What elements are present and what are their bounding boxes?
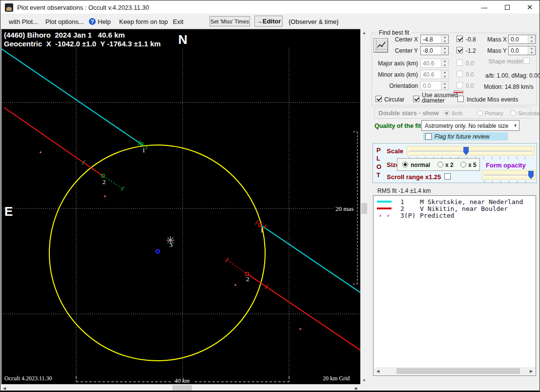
menu-plot-options[interactable]: Plot options...	[45, 18, 84, 25]
circular-checkbox[interactable]	[375, 96, 382, 102]
center-y-spinner[interactable]: -8.0 ▲▼	[420, 46, 449, 55]
spinner-arrows-icon[interactable]: ▲▼	[441, 46, 448, 55]
shape-model-checkbox	[523, 58, 530, 64]
fit-chart-button[interactable]	[374, 38, 388, 53]
window-title: Plot event observations : Occult v.4.202…	[17, 4, 149, 11]
chord2-start-label: 2	[103, 178, 106, 186]
scroll-right-icon[interactable]: ▶	[527, 367, 535, 375]
maximize-icon	[505, 5, 510, 10]
event-title: (4460) Bihoro 2024 Jan 1 40.6 km	[4, 31, 125, 39]
ab-dmag-label: a/b: 1.00, dMag: 0.00	[485, 72, 540, 79]
scale-slider-thumb[interactable]	[463, 147, 469, 155]
chord1-color-swatch	[377, 201, 392, 203]
scroll-range-label: Scroll range x1.25	[387, 173, 441, 181]
minor-axis-label: Minor axis (km)	[374, 71, 418, 78]
predicted-center-marker	[156, 250, 160, 253]
scroll-down-icon[interactable]: ▼	[360, 376, 368, 384]
plot-canvas[interactable]: (4460) Bihoro 2024 Jan 1 40.6 km Geocent…	[0, 29, 360, 384]
center-x-spinner[interactable]: -4.8 ▲▼	[420, 35, 449, 44]
center-y-unc-checkbox[interactable]	[457, 47, 463, 53]
spinner-arrows-icon[interactable]: ▲▼	[528, 46, 535, 55]
size-radio-group: normal x 2 x 5	[397, 158, 480, 171]
chord1-start-label: 1	[142, 146, 145, 154]
scroll-left-icon[interactable]: ◀	[374, 367, 382, 375]
help-icon[interactable]: ?	[89, 18, 96, 25]
close-button[interactable]: ✕	[519, 0, 540, 14]
scroll-left-icon[interactable]: ◀	[0, 384, 8, 392]
list-hscrollbar[interactable]: ◀ ▶	[374, 367, 535, 375]
plot-vertical-label: PLOT	[376, 146, 383, 179]
use-assumed-checkbox[interactable]	[413, 96, 419, 102]
mas-bracket	[353, 132, 357, 284]
menu-exit[interactable]: Exit	[173, 18, 184, 25]
size-x2-radio[interactable]	[437, 162, 443, 167]
spinner-arrows-icon[interactable]: ▲▼	[528, 35, 535, 43]
double-stars-group: Double stars - show Both Primary Seconda…	[374, 107, 531, 119]
center-y-label: Center Y	[389, 47, 418, 54]
title-bar: Plot event observations : Occult v.4.202…	[0, 0, 540, 14]
mass-y-spinner[interactable]: 0.0 ▲▼	[508, 46, 536, 55]
shift-vector	[106, 178, 123, 189]
set-miss-times-button[interactable]: Set 'Miss' Times	[209, 16, 250, 26]
minimize-button[interactable]: ―	[473, 0, 496, 14]
app-window: Plot event observations : Occult v.4.202…	[0, 0, 540, 392]
double-stars-title: Double stars - show	[378, 109, 439, 117]
quality-combobox[interactable]: Astrometry only. No reliable size ▾	[421, 120, 519, 131]
mass-x-spinner[interactable]: 0.0 ▲▼	[508, 35, 536, 44]
scroll-up-icon[interactable]: ▲	[360, 29, 368, 37]
plot-hscrollbar[interactable]: ◀ ▶	[0, 384, 360, 392]
opacity-slider-ticks	[484, 181, 534, 183]
spinner-arrows-icon[interactable]: ▲▼	[441, 35, 448, 43]
chart-icon	[374, 39, 388, 52]
menu-with-plot[interactable]: with Plot...	[9, 18, 38, 25]
spinner-arrows-icon: ▲▼	[441, 82, 448, 90]
menu-keep-form-on-top[interactable]: Keep form on top	[119, 18, 168, 25]
opacity-slider[interactable]	[482, 170, 536, 180]
double-secondary-radio	[510, 110, 516, 116]
predicted-dot-swatch	[379, 215, 381, 217]
chord2-end-label: 2	[246, 275, 249, 283]
control-panel: Find best fit Center X -4.8 ▲▼ -0.8 Mass…	[368, 29, 540, 392]
north-label: N	[178, 32, 187, 47]
plot-controls-panel: PLOT Scale Size normal x 2 x 5 Form opac…	[373, 143, 537, 183]
east-label: E	[4, 204, 13, 219]
opacity-slider-thumb[interactable]	[528, 171, 534, 179]
vscroll-thumb[interactable]	[361, 203, 367, 214]
observer-number: 3(P)	[400, 212, 415, 219]
predicted-dot-swatch	[387, 215, 389, 217]
use-assumed-label: Use assumed diameter	[422, 93, 459, 103]
form-opacity-label: Form opacity	[486, 162, 526, 169]
double-both-label: Both	[452, 110, 463, 116]
orient-unc-value: 0.0	[466, 83, 474, 89]
list-hscroll-thumb[interactable]	[396, 368, 520, 374]
scroll-right-icon[interactable]: ▶	[353, 384, 360, 392]
double-secondary-label: Secondary	[518, 110, 540, 116]
major-unc-value: 0.0	[466, 60, 474, 67]
menu-help[interactable]: Help	[98, 18, 111, 25]
list-item[interactable]: 3(P) Predicted	[374, 211, 536, 219]
scale-slider[interactable]	[407, 146, 535, 156]
size-normal-radio[interactable]	[402, 162, 408, 167]
minor-unc-checkbox	[457, 71, 463, 77]
hscroll-thumb[interactable]	[172, 385, 192, 392]
size-x5-label: x 5	[468, 162, 477, 168]
editor-button[interactable]: →Editor	[254, 16, 283, 27]
size-x2-label: x 2	[445, 162, 454, 168]
mas-scale-label: 20 mas	[335, 205, 353, 213]
flag-review-row: Flag for future review	[423, 132, 508, 141]
double-primary-radio	[477, 110, 483, 116]
center-x-unc-value: -0.8	[466, 36, 476, 43]
app-icon	[5, 3, 13, 12]
scale-label: Scale	[387, 147, 403, 155]
plot-vscrollbar[interactable]: ▲ ▼	[360, 29, 368, 384]
size-x5-radio[interactable]	[460, 162, 466, 167]
include-miss-checkbox[interactable]	[457, 96, 464, 102]
observer-name: Predicted	[420, 212, 454, 219]
mass-y-label: Mass Y	[487, 47, 507, 54]
chevron-down-icon: ▾	[514, 123, 517, 128]
flag-review-checkbox[interactable]	[425, 133, 432, 140]
find-best-fit-title: Find best fit	[377, 29, 411, 36]
scroll-range-checkbox[interactable]	[444, 173, 451, 180]
maximize-button[interactable]	[496, 0, 519, 14]
center-x-unc-checkbox[interactable]	[457, 36, 463, 42]
